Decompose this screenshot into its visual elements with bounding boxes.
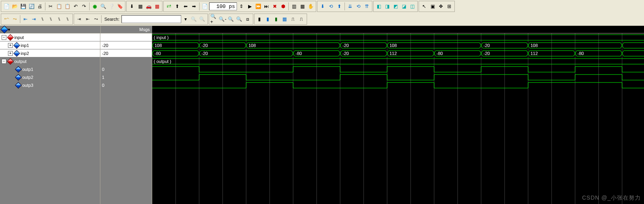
merge-right-button[interactable]: ⤜ (84, 15, 92, 24)
break-button[interactable]: ▦ (153, 2, 161, 11)
bars5-button[interactable]: ⎍ (289, 15, 297, 24)
compile-all-button[interactable]: ▦ (136, 2, 144, 11)
merge-left-button[interactable]: ⤛ (75, 15, 83, 24)
signal-label: outp2 (22, 75, 33, 80)
fmt1-button[interactable]: ◧ (375, 2, 383, 11)
cut-button[interactable]: ✂ (47, 2, 55, 11)
layout1-button[interactable]: ▥ (290, 2, 298, 11)
signal-tree[interactable]: − input + inp1 + inp2 − output outp1 (0, 33, 100, 204)
edge-b-button[interactable]: ⑊ (47, 15, 55, 24)
time-stepper[interactable]: ⇕ (237, 2, 245, 11)
extra1-button[interactable]: ⊞ (445, 2, 453, 11)
bookmark-button[interactable]: 🔖 (116, 2, 124, 11)
stop-x-button[interactable]: ✖ (271, 2, 279, 11)
expand-icon[interactable]: + (8, 43, 13, 48)
layout2-button[interactable]: ▦ (298, 2, 306, 11)
edge-prev-button[interactable]: ⇤ (22, 15, 29, 24)
open-button[interactable]: 📂 (11, 2, 19, 11)
tree-row-outp2[interactable]: outp2 (0, 73, 100, 81)
msgs-header: Msgs (100, 26, 152, 33)
edge-c-button[interactable]: ⑊ (55, 15, 63, 24)
search-input[interactable] (121, 15, 181, 23)
bars1-button[interactable]: ▮ (256, 15, 264, 24)
new-doc-button[interactable]: 📄 (2, 2, 10, 11)
select-area-button[interactable]: ▣ (429, 2, 437, 11)
tree-row-output[interactable]: − output (0, 57, 100, 65)
rise-right-button[interactable]: ⤳ (11, 15, 19, 24)
cursor-up-multi[interactable]: ⇈ (363, 2, 371, 11)
svg-text:-80: -80 (155, 51, 161, 56)
search-dd-button[interactable]: ▾ (182, 15, 190, 24)
signal-label: outp1 (22, 67, 33, 72)
wave-header (152, 26, 644, 33)
right-arrow-button[interactable]: ➡ (190, 2, 198, 11)
cursor-prev-blue[interactable]: ⟲ (327, 2, 335, 11)
zoom-cursor-button[interactable]: 🔍 (235, 15, 243, 24)
tree-row-outp3[interactable]: outp3 (0, 81, 100, 89)
zoom-area-button[interactable]: ⧈ (244, 15, 252, 24)
find-next-button[interactable]: 🔍 (198, 15, 206, 24)
run-all-button[interactable]: ⏩ (254, 2, 262, 11)
link-button[interactable]: ⮂ (165, 2, 173, 11)
fmt4-button[interactable]: ◪ (400, 2, 408, 11)
redo-button[interactable]: ↷ (80, 2, 88, 11)
cursor-prev-multi[interactable]: ⟲ (354, 2, 362, 11)
bars6-button[interactable]: ⎍ (298, 15, 305, 24)
undo-button[interactable]: ↶ (72, 2, 80, 11)
stop-button[interactable]: ⬢ (279, 2, 287, 11)
tb-group-zoom: 🔍+ 🔍- 🔍 🔍 ⧈ (209, 14, 253, 25)
cursor-up-blue[interactable]: ⬆ (335, 2, 343, 11)
tree-row-input[interactable]: − input (0, 33, 100, 41)
tree-row-inp2[interactable]: + inp2 (0, 49, 100, 57)
fmt2-button[interactable]: ◨ (383, 2, 391, 11)
edge-next-button[interactable]: ⇥ (30, 15, 38, 24)
tree-row-inp1[interactable]: + inp1 (0, 41, 100, 49)
cursor-down-multi[interactable]: ⇊ (346, 2, 354, 11)
save-button[interactable]: 💾 (19, 2, 27, 11)
help-button[interactable]: ❔ (108, 2, 115, 11)
compile-button[interactable]: ⬇ (128, 2, 136, 11)
up-arrow-button[interactable]: ⬆ (173, 2, 181, 11)
tb-group-compile: ⬇ ▦ 🚗 ▦ (126, 1, 162, 12)
zoom-out-button[interactable]: 🔍- (219, 15, 227, 24)
find-button[interactable]: 🔍 (99, 2, 107, 11)
bars2-button[interactable]: ▮ (264, 15, 272, 24)
run-button[interactable]: ▶ (246, 2, 254, 11)
time-input[interactable] (209, 2, 237, 10)
collapse-icon[interactable]: − (2, 35, 6, 40)
find-prev-button[interactable]: 🔍 (190, 15, 198, 24)
sim-button[interactable]: 🚗 (145, 2, 153, 11)
zoom-in-button[interactable]: 🔍+ (210, 15, 218, 24)
pan-button[interactable]: ✥ (437, 2, 445, 11)
tree-row-outp1[interactable]: outp1 (0, 65, 100, 73)
expand-icon[interactable]: + (8, 51, 13, 56)
reload-button[interactable]: 🔄 (27, 2, 35, 11)
edge-a-button[interactable]: ⑊ (38, 15, 46, 24)
jump-button[interactable]: ⤳ (92, 15, 100, 24)
bars3-button[interactable]: ▮ (272, 15, 280, 24)
collapse-icon[interactable]: − (2, 59, 6, 64)
zoom-full-button[interactable]: 🔍 (227, 15, 235, 24)
continue-button[interactable]: ⏭ (262, 2, 270, 11)
cursor-down-blue[interactable]: ⬇ (319, 2, 327, 11)
msg-outp3: 0 (100, 81, 152, 89)
separator (345, 2, 345, 10)
waveform-pane[interactable]: ( input )108-20108-20108-20108-80-20-80-… (152, 33, 644, 204)
fmt3-button[interactable]: ◩ (391, 2, 399, 11)
rise-left-button[interactable]: ⬿ (2, 15, 10, 24)
print-button[interactable]: 🖨 (36, 2, 44, 11)
edge-d-button[interactable]: ⑊ (63, 15, 71, 24)
signals-header: ▾ (0, 26, 100, 33)
msg-inp1: -20 (100, 41, 152, 49)
fmt5-button[interactable]: ◫ (408, 2, 416, 11)
tb-group-nav: ⮂ ⬆ ⬅ ➡ 📄 ⇕ ▶ ⏩ ⏭ ✖ ⬢ ▥ ▦ ✋ (163, 1, 316, 12)
bars4-button[interactable]: ▦ (281, 15, 289, 24)
separator (199, 2, 200, 10)
pointer-button[interactable]: ↖ (420, 2, 428, 11)
copy-button[interactable]: 📋 (55, 2, 63, 11)
left-arrow-button[interactable]: ⬅ (182, 2, 190, 11)
add-button[interactable]: ◉ (91, 2, 99, 11)
run-stop-button[interactable]: 📄 (201, 2, 209, 11)
hand-button[interactable]: ✋ (307, 2, 315, 11)
paste-button[interactable]: 📋 (63, 2, 71, 11)
